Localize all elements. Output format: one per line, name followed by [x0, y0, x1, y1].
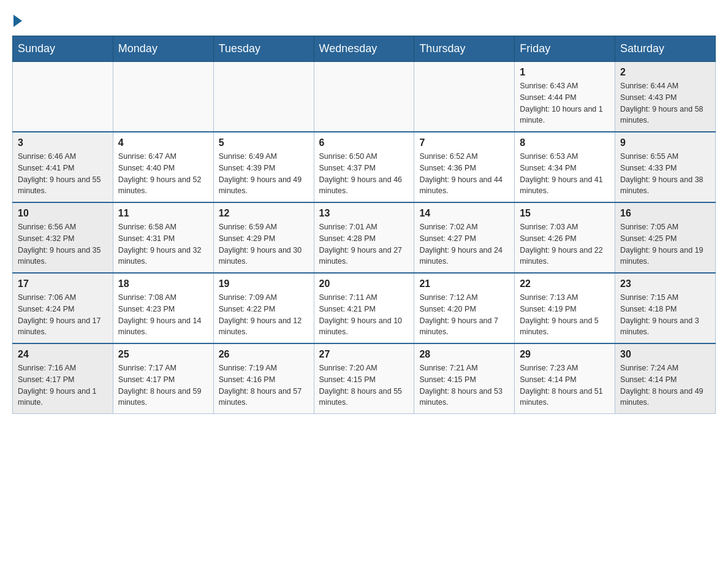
calendar-cell: 17Sunrise: 7:06 AM Sunset: 4:24 PM Dayli…	[13, 273, 113, 343]
day-number: 25	[118, 349, 208, 360]
calendar-week-row: 10Sunrise: 6:56 AM Sunset: 4:32 PM Dayli…	[13, 202, 716, 273]
calendar-week-row: 1Sunrise: 6:43 AM Sunset: 4:44 PM Daylig…	[13, 62, 716, 132]
day-info: Sunrise: 7:02 AM Sunset: 4:27 PM Dayligh…	[419, 221, 509, 267]
day-number: 14	[419, 208, 509, 219]
day-info: Sunrise: 6:59 AM Sunset: 4:29 PM Dayligh…	[219, 221, 309, 267]
calendar-cell	[414, 62, 515, 132]
day-info: Sunrise: 7:03 AM Sunset: 4:26 PM Dayligh…	[520, 221, 610, 267]
calendar-cell: 7Sunrise: 6:52 AM Sunset: 4:36 PM Daylig…	[414, 132, 515, 202]
day-info: Sunrise: 6:52 AM Sunset: 4:36 PM Dayligh…	[419, 151, 509, 197]
day-number: 19	[219, 278, 309, 289]
day-number: 24	[18, 349, 108, 360]
day-info: Sunrise: 7:23 AM Sunset: 4:14 PM Dayligh…	[520, 362, 610, 408]
day-number: 1	[520, 67, 610, 78]
day-info: Sunrise: 7:24 AM Sunset: 4:14 PM Dayligh…	[620, 362, 710, 408]
day-number: 10	[18, 208, 108, 219]
day-info: Sunrise: 7:16 AM Sunset: 4:17 PM Dayligh…	[18, 362, 108, 408]
calendar-cell: 23Sunrise: 7:15 AM Sunset: 4:18 PM Dayli…	[615, 273, 716, 343]
day-number: 13	[319, 208, 409, 219]
day-number: 30	[620, 349, 710, 360]
day-number: 15	[520, 208, 610, 219]
calendar-cell: 1Sunrise: 6:43 AM Sunset: 4:44 PM Daylig…	[515, 62, 615, 132]
day-info: Sunrise: 7:11 AM Sunset: 4:21 PM Dayligh…	[319, 292, 409, 338]
weekday-header-thursday: Thursday	[414, 36, 515, 62]
page-header	[12, 12, 716, 25]
day-info: Sunrise: 6:46 AM Sunset: 4:41 PM Dayligh…	[18, 151, 108, 197]
day-info: Sunrise: 6:43 AM Sunset: 4:44 PM Dayligh…	[520, 80, 610, 126]
calendar-cell: 27Sunrise: 7:20 AM Sunset: 4:15 PM Dayli…	[314, 343, 414, 414]
day-info: Sunrise: 7:17 AM Sunset: 4:17 PM Dayligh…	[118, 362, 208, 408]
calendar-cell	[213, 62, 314, 132]
calendar-cell	[113, 62, 213, 132]
weekday-header-row: SundayMondayTuesdayWednesdayThursdayFrid…	[13, 36, 716, 62]
calendar-cell: 4Sunrise: 6:47 AM Sunset: 4:40 PM Daylig…	[113, 132, 213, 202]
calendar-cell: 30Sunrise: 7:24 AM Sunset: 4:14 PM Dayli…	[615, 343, 716, 414]
day-info: Sunrise: 7:09 AM Sunset: 4:22 PM Dayligh…	[219, 292, 309, 338]
day-number: 17	[18, 278, 108, 289]
day-number: 27	[319, 349, 409, 360]
calendar-cell: 6Sunrise: 6:50 AM Sunset: 4:37 PM Daylig…	[314, 132, 414, 202]
calendar-cell: 22Sunrise: 7:13 AM Sunset: 4:19 PM Dayli…	[515, 273, 615, 343]
day-info: Sunrise: 7:20 AM Sunset: 4:15 PM Dayligh…	[319, 362, 409, 408]
day-info: Sunrise: 7:19 AM Sunset: 4:16 PM Dayligh…	[219, 362, 309, 408]
day-info: Sunrise: 6:58 AM Sunset: 4:31 PM Dayligh…	[118, 221, 208, 267]
day-number: 29	[520, 349, 610, 360]
day-info: Sunrise: 7:01 AM Sunset: 4:28 PM Dayligh…	[319, 221, 409, 267]
calendar-cell: 16Sunrise: 7:05 AM Sunset: 4:25 PM Dayli…	[615, 202, 716, 273]
calendar-cell: 8Sunrise: 6:53 AM Sunset: 4:34 PM Daylig…	[515, 132, 615, 202]
day-number: 3	[18, 137, 108, 148]
day-number: 7	[419, 137, 509, 148]
logo	[12, 12, 22, 25]
day-info: Sunrise: 7:15 AM Sunset: 4:18 PM Dayligh…	[620, 292, 710, 338]
calendar-cell	[314, 62, 414, 132]
day-number: 23	[620, 278, 710, 289]
day-info: Sunrise: 6:47 AM Sunset: 4:40 PM Dayligh…	[118, 151, 208, 197]
calendar-cell: 13Sunrise: 7:01 AM Sunset: 4:28 PM Dayli…	[314, 202, 414, 273]
day-number: 22	[520, 278, 610, 289]
day-info: Sunrise: 6:55 AM Sunset: 4:33 PM Dayligh…	[620, 151, 710, 197]
calendar-cell: 15Sunrise: 7:03 AM Sunset: 4:26 PM Dayli…	[515, 202, 615, 273]
calendar-cell: 19Sunrise: 7:09 AM Sunset: 4:22 PM Dayli…	[213, 273, 314, 343]
calendar-cell: 14Sunrise: 7:02 AM Sunset: 4:27 PM Dayli…	[414, 202, 515, 273]
day-number: 6	[319, 137, 409, 148]
calendar-cell: 10Sunrise: 6:56 AM Sunset: 4:32 PM Dayli…	[13, 202, 113, 273]
day-info: Sunrise: 7:21 AM Sunset: 4:15 PM Dayligh…	[419, 362, 509, 408]
calendar-cell: 11Sunrise: 6:58 AM Sunset: 4:31 PM Dayli…	[113, 202, 213, 273]
calendar-cell: 29Sunrise: 7:23 AM Sunset: 4:14 PM Dayli…	[515, 343, 615, 414]
calendar-week-row: 17Sunrise: 7:06 AM Sunset: 4:24 PM Dayli…	[13, 273, 716, 343]
calendar-table: SundayMondayTuesdayWednesdayThursdayFrid…	[12, 36, 716, 414]
day-info: Sunrise: 6:50 AM Sunset: 4:37 PM Dayligh…	[319, 151, 409, 197]
day-number: 21	[419, 278, 509, 289]
calendar-cell: 2Sunrise: 6:44 AM Sunset: 4:43 PM Daylig…	[615, 62, 716, 132]
calendar-cell: 28Sunrise: 7:21 AM Sunset: 4:15 PM Dayli…	[414, 343, 515, 414]
calendar-cell: 20Sunrise: 7:11 AM Sunset: 4:21 PM Dayli…	[314, 273, 414, 343]
day-number: 9	[620, 137, 710, 148]
calendar-cell: 21Sunrise: 7:12 AM Sunset: 4:20 PM Dayli…	[414, 273, 515, 343]
day-info: Sunrise: 6:44 AM Sunset: 4:43 PM Dayligh…	[620, 80, 710, 126]
weekday-header-wednesday: Wednesday	[314, 36, 414, 62]
weekday-header-saturday: Saturday	[615, 36, 716, 62]
day-info: Sunrise: 7:08 AM Sunset: 4:23 PM Dayligh…	[118, 292, 208, 338]
calendar-cell: 12Sunrise: 6:59 AM Sunset: 4:29 PM Dayli…	[213, 202, 314, 273]
logo-arrow-icon	[13, 15, 22, 27]
calendar-week-row: 3Sunrise: 6:46 AM Sunset: 4:41 PM Daylig…	[13, 132, 716, 202]
weekday-header-sunday: Sunday	[13, 36, 113, 62]
calendar-cell: 25Sunrise: 7:17 AM Sunset: 4:17 PM Dayli…	[113, 343, 213, 414]
calendar-cell: 3Sunrise: 6:46 AM Sunset: 4:41 PM Daylig…	[13, 132, 113, 202]
calendar-cell: 26Sunrise: 7:19 AM Sunset: 4:16 PM Dayli…	[213, 343, 314, 414]
day-number: 18	[118, 278, 208, 289]
day-number: 12	[219, 208, 309, 219]
day-info: Sunrise: 7:05 AM Sunset: 4:25 PM Dayligh…	[620, 221, 710, 267]
day-number: 26	[219, 349, 309, 360]
day-info: Sunrise: 6:49 AM Sunset: 4:39 PM Dayligh…	[219, 151, 309, 197]
calendar-cell	[13, 62, 113, 132]
day-number: 11	[118, 208, 208, 219]
day-number: 8	[520, 137, 610, 148]
day-info: Sunrise: 7:13 AM Sunset: 4:19 PM Dayligh…	[520, 292, 610, 338]
day-number: 20	[319, 278, 409, 289]
calendar-cell: 24Sunrise: 7:16 AM Sunset: 4:17 PM Dayli…	[13, 343, 113, 414]
day-number: 2	[620, 67, 710, 78]
day-number: 28	[419, 349, 509, 360]
day-number: 4	[118, 137, 208, 148]
day-info: Sunrise: 7:06 AM Sunset: 4:24 PM Dayligh…	[18, 292, 108, 338]
